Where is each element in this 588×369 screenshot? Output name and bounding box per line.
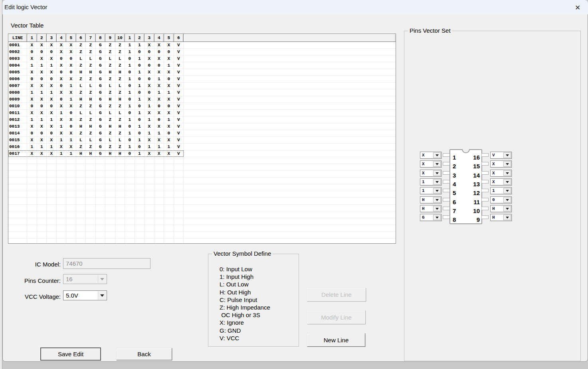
pin-11-select[interactable]: 0 xyxy=(490,196,512,203)
chevron-down-icon[interactable] xyxy=(433,188,441,193)
vector-cell xyxy=(57,164,67,170)
chevron-down-icon[interactable] xyxy=(433,161,441,167)
vector-cell: 0 xyxy=(164,130,174,136)
table-row[interactable]: 0011XXX10LLGLL01XXXV xyxy=(8,110,396,116)
back-button[interactable]: Back xyxy=(116,348,172,360)
vector-cell: 1 xyxy=(164,62,174,69)
vector-cell xyxy=(105,211,115,218)
close-icon[interactable]: ✕ xyxy=(571,2,584,14)
chevron-down-icon[interactable] xyxy=(98,291,106,300)
row-filler xyxy=(184,110,396,116)
vector-cell: H xyxy=(86,123,96,130)
table-row[interactable]: 0015XXX11LLGLL01XXXV xyxy=(8,137,396,144)
chevron-down-icon[interactable] xyxy=(433,215,441,220)
pin-9-select[interactable]: H xyxy=(490,214,512,221)
pin-5-select[interactable]: 1 xyxy=(420,187,441,194)
vector-cell: 1 xyxy=(164,89,174,96)
chevron-down-icon[interactable] xyxy=(433,206,441,211)
table-row[interactable]: 0009XXX01HHGHH01XXXV xyxy=(8,96,396,103)
table-row[interactable]: 0001XXXXXZZGZZ11XXXV xyxy=(8,42,396,49)
pin-1-select[interactable]: X xyxy=(420,152,441,159)
vector-cell: X xyxy=(37,110,47,116)
vector-cell xyxy=(115,191,125,197)
table-row[interactable]: 0013XXX10HHGHH01XXXV xyxy=(8,123,396,130)
symbol-define-item: 1: Input High xyxy=(220,273,270,280)
table-row[interactable]: 0003XXX00LLGLL01XXXV xyxy=(8,55,396,62)
row-filler xyxy=(184,42,396,48)
pin-5-value: 1 xyxy=(422,188,425,193)
column-header-pin: 10 xyxy=(115,34,125,42)
pin-3-select[interactable]: X xyxy=(420,170,441,177)
row-filler xyxy=(184,130,396,136)
pin-16-select[interactable]: V xyxy=(490,152,512,159)
vector-cell: 1 xyxy=(27,144,37,150)
pin-15-select[interactable]: X xyxy=(490,160,512,168)
vector-cell xyxy=(164,191,174,197)
new-line-button[interactable]: New Line xyxy=(307,333,365,347)
table-row[interactable]: 0002000XXZZGZZ10000V xyxy=(8,49,396,55)
chevron-down-icon[interactable] xyxy=(503,170,511,176)
pin-12-select[interactable]: 1 xyxy=(490,187,512,194)
table-row[interactable]: 0004111XXZZGZZ10001V xyxy=(8,62,396,69)
vcc-voltage-select[interactable]: 5.0V xyxy=(63,290,107,300)
vector-cell: X xyxy=(164,150,174,157)
chevron-down-icon[interactable] xyxy=(433,179,441,185)
vector-cell xyxy=(27,232,37,238)
chevron-down-icon[interactable] xyxy=(503,197,511,203)
table-row[interactable]: 0010000XXZZGZZ10100V xyxy=(8,103,396,110)
chevron-down-icon[interactable] xyxy=(503,215,511,220)
pin-13-select[interactable]: X xyxy=(490,178,512,185)
pin-4-select[interactable]: 1 xyxy=(420,178,441,185)
vector-cell xyxy=(96,184,106,191)
vcc-voltage-value: 5.0V xyxy=(66,292,78,299)
vector-cell xyxy=(145,164,154,170)
vector-cell xyxy=(145,184,154,191)
vcc-voltage-label: VCC Voltage: xyxy=(8,293,61,300)
vector-cell xyxy=(86,171,96,177)
pin-14-select[interactable]: X xyxy=(490,170,512,177)
vector-cell xyxy=(37,225,47,231)
table-row[interactable]: 0012111XXZZGZZ10101V xyxy=(8,116,396,123)
pin-10-select[interactable]: H xyxy=(490,205,512,212)
vector-cell xyxy=(66,205,76,211)
table-row-main: 0001XXXXXZZGZZ11XXXV xyxy=(8,42,184,48)
vector-cell: 0 xyxy=(66,55,76,62)
table-row[interactable]: 0016111XXZZGZZ10111V xyxy=(8,144,396,150)
vector-cell: X xyxy=(66,42,76,48)
vector-cell xyxy=(174,184,184,191)
chevron-down-icon[interactable] xyxy=(503,161,511,167)
vector-cell: Z xyxy=(76,116,86,123)
vector-table[interactable]: LINE12345678910123456 0001XXXXXZZGZZ11XX… xyxy=(8,34,396,244)
arrow-glyph xyxy=(436,190,439,192)
table-row[interactable]: 0008111XXZZGZZ10011V xyxy=(8,89,396,96)
vector-cell: L xyxy=(105,83,115,89)
row-filler xyxy=(184,184,396,191)
table-row[interactable]: 0007XXX01LLGLL01XXXV xyxy=(8,83,396,89)
vector-cell xyxy=(27,239,37,244)
vector-cell: H xyxy=(76,123,86,130)
table-row[interactable]: 0017XXX11HHGHH01XXXV xyxy=(8,150,396,157)
chevron-down-icon[interactable] xyxy=(503,152,511,158)
table-row[interactable]: 0005XXX00HHGHH01XXXV xyxy=(8,69,396,76)
chevron-down-icon[interactable] xyxy=(503,179,511,185)
pin-7-select[interactable]: H xyxy=(420,205,441,212)
chevron-down-icon[interactable] xyxy=(433,170,441,176)
save-edit-button[interactable]: Save Edit xyxy=(40,347,101,361)
vector-cell: X xyxy=(27,83,37,89)
line-number-cell: 0007 xyxy=(8,83,27,89)
pin-2-select[interactable]: X xyxy=(420,160,441,168)
empty-table-row xyxy=(8,157,396,164)
chevron-down-icon[interactable] xyxy=(433,152,441,158)
table-row[interactable]: 0014000XXZZGZZ10110V xyxy=(8,130,396,137)
chevron-down-icon[interactable] xyxy=(433,197,441,203)
vector-cell: X xyxy=(27,96,37,103)
vector-cell xyxy=(105,157,115,164)
pin-8-select[interactable]: G xyxy=(420,214,441,221)
vector-cell xyxy=(57,191,67,197)
chevron-down-icon[interactable] xyxy=(503,206,511,211)
vector-cell: Z xyxy=(105,144,115,150)
line-number-cell: 0013 xyxy=(8,123,27,130)
pin-6-select[interactable]: H xyxy=(420,196,441,203)
table-row[interactable]: 0006000XXZZGZZ10010V xyxy=(8,76,396,83)
chevron-down-icon[interactable] xyxy=(503,188,511,193)
